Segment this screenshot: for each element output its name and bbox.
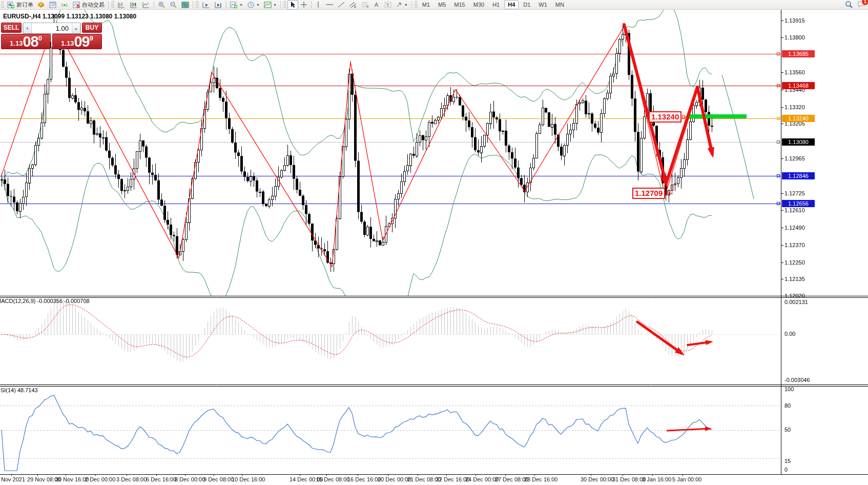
chart-canvas[interactable]: [0, 0, 868, 485]
zoom-out-icon: [170, 1, 177, 9]
chart-candles-button[interactable]: [128, 0, 140, 10]
svg-text:F: F: [367, 5, 369, 8]
rsi-axis-tick: 50: [784, 427, 791, 433]
sell-price-pip: 0: [38, 35, 42, 42]
auto-scroll-button[interactable]: [200, 0, 212, 10]
templates-button[interactable]: ▼: [262, 0, 279, 10]
templates-dropdown-caret: ▼: [273, 3, 277, 7]
time-axis-label: 3 Dec 08:00: [116, 476, 147, 482]
sell-price-big: 08: [23, 35, 38, 48]
timeframe-button-mn[interactable]: MN: [552, 0, 568, 9]
toolbar-drag-handle[interactable]: [196, 1, 199, 8]
arrows-tool-button[interactable]: ▼: [394, 0, 410, 10]
label-tool-button[interactable]: T: [382, 0, 394, 10]
new-order-icon: [7, 1, 15, 9]
text-icon: A: [374, 1, 380, 8]
line-chart-icon: [142, 1, 150, 9]
timeframe-button-m5[interactable]: M5: [435, 0, 449, 9]
timeframe-button-m15[interactable]: M15: [450, 0, 468, 9]
new-order-button[interactable]: 新订单: [5, 0, 35, 10]
toolbar-drag-handle[interactable]: [111, 1, 114, 8]
price-axis-tick: 1.12610: [784, 207, 805, 213]
text-tool-button[interactable]: A: [371, 0, 382, 10]
tile-windows-button[interactable]: [179, 0, 191, 10]
price-axis-tick: 1.13320: [784, 104, 805, 110]
tile-windows-icon: [181, 1, 189, 9]
price-axis-tick: 1.12490: [784, 225, 805, 231]
timeframe-button-d1[interactable]: D1: [520, 0, 534, 9]
crosshair-tool-button[interactable]: [298, 0, 309, 10]
symbols-button[interactable]: [35, 0, 47, 10]
new-order-label: 新订单: [16, 1, 33, 9]
volume-input[interactable]: 1.00: [32, 23, 72, 33]
timeframe-button-h4[interactable]: H4: [504, 0, 519, 9]
price-level-tag: 1.13240: [782, 115, 815, 122]
time-axis-label: Nov 2021: [1, 476, 25, 482]
zoom-out-button[interactable]: [168, 0, 179, 10]
chart-line-button[interactable]: [140, 0, 152, 10]
sell-price-button[interactable]: 1.13080: [1, 34, 51, 49]
crosshair-icon: [300, 1, 307, 8]
vertical-line-tool-button[interactable]: [313, 0, 323, 10]
indicators-button[interactable]: ▼: [228, 0, 245, 10]
price-axis-tick: 1.13915: [784, 17, 805, 24]
buy-price-pip: 9: [90, 35, 93, 42]
time-axis-label: 9 Dec 08:00: [203, 476, 234, 482]
horizontal-line-tool-button[interactable]: [323, 0, 336, 10]
cursor-icon: [290, 1, 296, 8]
horizontal-line-icon: [325, 1, 334, 8]
time-axis-label: 20 Dec 00:00: [378, 476, 411, 482]
buy-button[interactable]: BUY: [82, 23, 102, 33]
toolbar-separator: [193, 1, 193, 8]
time-axis-label: 27 Dec 08:00: [495, 476, 528, 482]
signals-button[interactable]: [59, 0, 71, 10]
price-flag-annotation: 1.13240: [649, 111, 681, 123]
time-axis-label: 30 Dec 00:00: [581, 476, 614, 482]
data-window-icon: [49, 1, 57, 9]
trendline-icon: [338, 1, 345, 8]
volume-decrease-button[interactable]: ▼: [23, 23, 32, 33]
chart-shift-button[interactable]: [212, 0, 224, 10]
timeframe-button-m1[interactable]: M1: [419, 0, 433, 9]
text-label-icon: T: [384, 1, 391, 8]
toolbar-drag-handle[interactable]: [283, 1, 286, 8]
toolbar-drag-handle[interactable]: [415, 1, 418, 8]
chart-title: EURUSD-,H4 1.13099 1.13123 1.13080 1.130…: [3, 13, 136, 20]
autotrading-button[interactable]: 自动交易: [71, 0, 107, 10]
time-axis-label: 15 Dec 08:00: [316, 476, 349, 482]
time-axis-label: 22 Dec 16:00: [436, 476, 469, 482]
time-axis-label: 5 Jan 00:00: [672, 476, 702, 482]
svg-text:T: T: [386, 3, 389, 8]
candlestick-chart-icon: [130, 1, 138, 9]
timeframe-button-w1[interactable]: W1: [535, 0, 551, 9]
timeframe-button-m30[interactable]: M30: [470, 0, 488, 9]
rsi-label: RSI(14) 48.7143: [0, 387, 38, 393]
trendline-tool-button[interactable]: [336, 0, 347, 10]
notification-badge: 1: [861, 0, 868, 6]
sell-button[interactable]: SELL: [1, 23, 22, 33]
symbols-icon: [37, 1, 45, 9]
auto-scroll-icon: [202, 1, 210, 9]
notifications-button[interactable]: 1: [857, 1, 866, 9]
buy-price-prefix: 1.13: [61, 40, 74, 47]
bar-chart-icon: [117, 1, 126, 9]
chart-bars-button[interactable]: [115, 0, 128, 10]
periods-button[interactable]: ▼: [245, 0, 262, 10]
autotrading-icon: [73, 1, 80, 9]
cursor-tool-button[interactable]: [287, 0, 298, 10]
price-axis-tick: 1.12965: [784, 155, 805, 161]
fibonacci-tool-button[interactable]: F: [359, 0, 371, 10]
volume-increase-button[interactable]: ▲: [72, 23, 80, 33]
zoom-in-button[interactable]: [156, 0, 168, 10]
buy-price-button[interactable]: 1.13099: [52, 34, 102, 49]
data-window-button[interactable]: [47, 0, 59, 10]
price-axis-tick: 1.12725: [784, 190, 805, 196]
indicators-dropdown-caret: ▼: [239, 3, 243, 7]
toolbar-drag-handle[interactable]: [1, 1, 4, 8]
timeframe-button-h1[interactable]: H1: [489, 0, 503, 9]
search-icon[interactable]: [845, 1, 853, 9]
add-indicator-icon: [230, 1, 238, 9]
channel-tool-button[interactable]: E: [347, 0, 359, 10]
toolbar: 新订单 自动交易: [0, 0, 868, 10]
price-axis-tick: 1.12370: [784, 242, 805, 248]
